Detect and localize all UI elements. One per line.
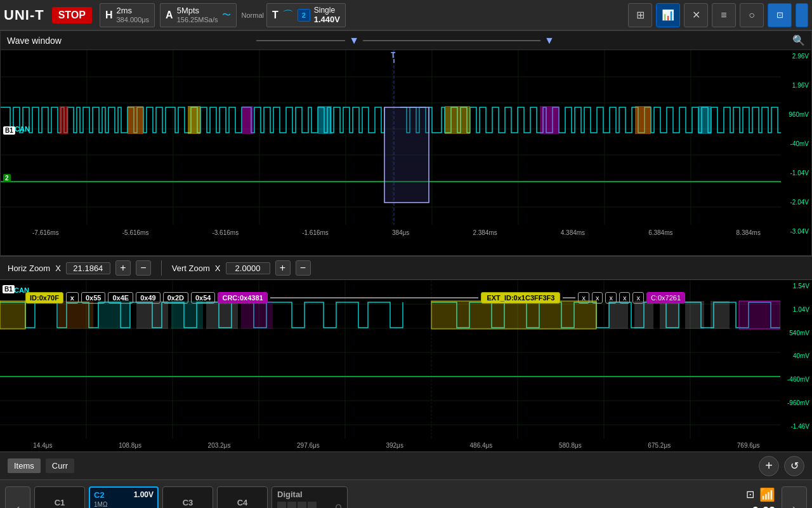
v-scale-1: 2.96V <box>789 53 809 60</box>
zoom-voltage-scale: 1.54V 1.04V 540mV 40mV -460mV -960mV -1.… <box>787 280 809 432</box>
timebase-section[interactable]: H 2ms 384.000μs <box>100 3 155 27</box>
pkt-c-end[interactable]: C:0x7261 <box>646 292 685 304</box>
channel-b1-label: B1 <box>3 126 15 135</box>
c2-volt: 1.00V <box>134 490 154 499</box>
svg-rect-21 <box>445 106 470 134</box>
svg-rect-20 <box>318 106 332 134</box>
zv-scale-6: -960mV <box>787 399 809 406</box>
horiz-zoom-minus[interactable]: − <box>136 260 151 276</box>
c3-channel-box[interactable]: C3 OFF <box>162 486 213 509</box>
digital-channel-box[interactable]: Digital 0 15 <box>272 486 348 509</box>
trig-voltage: 1.440V <box>314 15 340 24</box>
can-packet-labels: ID:0x70F x 0x55 0x4E 0x49 0x2D 0x54 CRC:… <box>25 290 685 306</box>
pkt-x3: x <box>592 292 603 304</box>
top-bar: UNI-T STOP H 2ms 384.000μs A 5Mpts 156.2… <box>0 0 812 30</box>
channel-can-label: CAN <box>15 125 30 133</box>
wave-title-bar: Wave window ▼ ▼ 🔍 <box>1 31 811 50</box>
c4-channel-box[interactable]: C4 OFF <box>217 486 268 509</box>
trigger-section[interactable]: T ⌒ 2 Single 1.440V <box>266 3 346 27</box>
vert-zoom-plus[interactable]: + <box>275 260 291 276</box>
zv-scale-3: 540mV <box>787 330 809 337</box>
status-bar: Items Curr + ↺ <box>0 451 812 479</box>
circle-icon[interactable]: ○ <box>740 3 764 27</box>
wave-zoom-icon[interactable]: 🔍 <box>792 34 805 46</box>
waveform-icon[interactable]: 📊 <box>656 3 680 27</box>
items-button[interactable]: Items <box>8 458 41 473</box>
acq-mode: Normal <box>242 11 264 19</box>
layout-icon[interactable]: ⊡ <box>768 3 792 27</box>
v-scale-2: 1.96V <box>789 82 809 89</box>
channel-2-label: 2 <box>3 174 11 182</box>
pkt-0x55[interactable]: 0x55 <box>81 292 105 304</box>
a-label: A <box>166 10 173 21</box>
digital-label: Digital <box>277 490 303 499</box>
c1-channel-box[interactable]: C1 OFF <box>34 486 85 509</box>
wave-title: Wave window <box>7 36 62 46</box>
wave-trigger-bar: ▼ ▼ <box>256 35 556 46</box>
next-nav-button[interactable]: › <box>782 486 807 509</box>
channel-controls: ‹ C1 OFF C2 1.00V 1MΩ FULL ⇌ 1X 0.00V C3… <box>0 479 812 508</box>
pkt-ext-id[interactable]: EXT_ID:0x1C3FF3F3 <box>481 292 560 304</box>
svg-rect-22 <box>540 106 559 134</box>
svg-rect-23 <box>635 106 651 134</box>
acquisition-section[interactable]: A 5Mpts 156.25MSa/s 〜 <box>160 3 236 27</box>
a-values: 5Mpts 156.25MSa/s <box>177 6 218 24</box>
refresh-button[interactable]: ↺ <box>784 456 804 476</box>
c2-label: C2 <box>94 490 105 500</box>
pkt-id[interactable]: ID:0x70F <box>25 292 63 304</box>
zv-scale-1: 1.54V <box>787 283 809 290</box>
trig-mode: Single <box>314 6 340 15</box>
vert-zoom-label: Vert Zoom <box>172 264 210 273</box>
trigger-arrow-icon: ▼ <box>349 35 359 46</box>
a-rate: 5Mpts <box>177 6 218 16</box>
logo-uni-text: UNI-T <box>4 7 44 23</box>
digital-val: 0 <box>335 501 342 508</box>
pkt-0x54[interactable]: 0x54 <box>191 292 215 304</box>
t-scale-9: 8.384ms <box>737 229 761 236</box>
ch-select-icon[interactable] <box>796 3 808 27</box>
digital-grid <box>277 502 317 509</box>
t-scale-5: 384μs <box>392 229 409 236</box>
logo: UNI-T <box>4 7 44 23</box>
curr-button[interactable]: Curr <box>46 458 74 473</box>
c1-label: C1 <box>55 498 65 507</box>
dig-cell-1 <box>277 502 286 509</box>
pkt-0x2d[interactable]: 0x2D <box>163 292 188 304</box>
zt-scale-2: 108.8μs <box>119 442 141 449</box>
h-offset: 384.000μs <box>117 16 150 24</box>
c2-top: C2 1.00V <box>94 490 154 500</box>
pkt-0x4e[interactable]: 0x4E <box>108 292 133 304</box>
prev-nav-button[interactable]: ‹ <box>5 486 30 509</box>
horiz-zoom-value: 21.1864 <box>66 262 110 274</box>
cursor-icon[interactable]: ✕ <box>684 3 708 27</box>
svg-rect-57 <box>739 301 780 329</box>
pkt-x2: x <box>578 292 589 304</box>
zoom-b1-label: B1 <box>3 285 15 293</box>
trigger-line-right <box>363 40 540 41</box>
svg-rect-26 <box>384 107 429 203</box>
measure-icon[interactable]: ⊞ <box>628 3 652 27</box>
pkt-0x49[interactable]: 0x49 <box>136 292 160 304</box>
vert-zoom-minus[interactable]: − <box>296 260 311 276</box>
trig-channel: 2 <box>298 9 310 22</box>
vert-zoom-value: 2.0000 <box>226 262 270 274</box>
h-values: 2ms 384.000μs <box>117 6 150 24</box>
c2-channel-box[interactable]: C2 1.00V 1MΩ FULL ⇌ 1X 0.00V <box>89 486 159 509</box>
h-label: H <box>105 10 113 21</box>
svg-rect-24 <box>698 106 711 134</box>
toolbar-icons: ⊞ 📊 ✕ ≡ ○ ⊡ <box>628 3 808 27</box>
pkt-gap-line2 <box>563 297 575 298</box>
add-button[interactable]: + <box>759 456 779 476</box>
decode-icon[interactable]: ≡ <box>712 3 736 27</box>
c2-impedance: 1MΩ <box>94 501 154 508</box>
c4-label: C4 <box>237 498 248 507</box>
horiz-zoom-plus[interactable]: + <box>115 260 131 276</box>
c2-props: 1MΩ FULL <box>94 501 154 509</box>
horiz-x-label: X <box>55 264 61 273</box>
usb-icon: ⊡ <box>746 488 754 500</box>
stop-button[interactable]: STOP <box>52 7 92 23</box>
t-scale-1: -7.616ms <box>32 229 59 236</box>
pkt-crc[interactable]: CRC:0x4381 <box>218 292 267 304</box>
zt-scale-7: 580.8μs <box>559 442 582 449</box>
a-samplerate: 156.25MSa/s <box>177 16 218 24</box>
